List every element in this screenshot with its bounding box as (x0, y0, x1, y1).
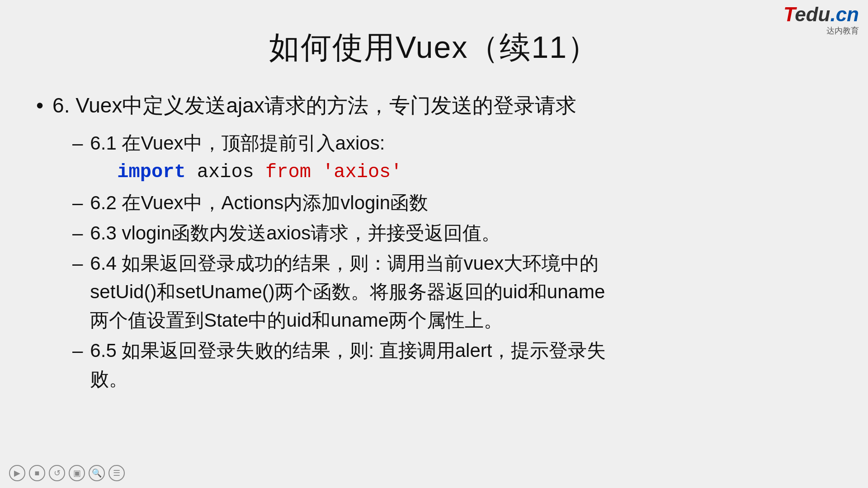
dash-64: – (72, 249, 83, 277)
code-import: import (117, 161, 185, 183)
sub-text-65-line1: 6.5 如果返回登录失败的结果，则: 直接调用alert，提示登录失 (90, 336, 832, 365)
main-bullet-text: 6. Vuex中定义发送ajax请求的方法，专门发送的登录请求 (52, 91, 576, 120)
sub-content-62: 6.2 在Vuex中，Actions内添加vlogin函数 (90, 188, 832, 217)
slide-content: • 6. Vuex中定义发送ajax请求的方法，专门发送的登录请求 – 6.1 … (36, 91, 832, 461)
bullet-dot: • (36, 91, 43, 120)
code-module: 'axios' (311, 161, 402, 183)
logo-brand: Tedu.cn (783, 5, 859, 24)
sub-text-64-line3: 两个值设置到State中的uid和uname两个属性上。 (90, 306, 832, 334)
bottom-toolbar: ▶ ■ ↺ ▣ 🔍 ☰ (9, 465, 125, 481)
sub-content-63: 6.3 vlogin函数内发送axios请求，并接受返回值。 (90, 219, 832, 247)
sub-content-61: 6.1 在Vuex中，顶部提前引入axios: import axios fro… (90, 129, 832, 187)
logo-area: Tedu.cn 达内教育 (783, 5, 859, 36)
sub-item-61: – 6.1 在Vuex中，顶部提前引入axios: import axios f… (72, 129, 832, 187)
sub-content-64: 6.4 如果返回登录成功的结果，则：调用当前vuex大环境中的 setUid()… (90, 249, 832, 334)
main-bullet: • 6. Vuex中定义发送ajax请求的方法，专门发送的登录请求 (36, 91, 832, 120)
sub-text-65-multiline: 6.5 如果返回登录失败的结果，则: 直接调用alert，提示登录失 败。 (90, 336, 832, 393)
sub-text-64-line2: setUid()和setUname()两个函数。将服务器返回的uid和uname (90, 277, 832, 306)
sub-item-62: – 6.2 在Vuex中，Actions内添加vlogin函数 (72, 188, 832, 217)
sub-item-64: – 6.4 如果返回登录成功的结果，则：调用当前vuex大环境中的 setUid… (72, 249, 832, 334)
dash-62: – (72, 188, 83, 217)
icon-2[interactable]: ■ (29, 465, 45, 481)
icon-5[interactable]: 🔍 (89, 465, 105, 481)
sub-text-63: 6.3 vlogin函数内发送axios请求，并接受返回值。 (90, 222, 500, 244)
logo-subtitle: 达内教育 (826, 25, 859, 36)
code-axios: axios (186, 161, 265, 183)
sub-text-64-multiline: 6.4 如果返回登录成功的结果，则：调用当前vuex大环境中的 setUid()… (90, 249, 832, 334)
dash-61: – (72, 129, 83, 157)
sub-item-65: – 6.5 如果返回登录失败的结果，则: 直接调用alert，提示登录失 败。 (72, 336, 832, 393)
sub-text-62: 6.2 在Vuex中，Actions内添加vlogin函数 (90, 192, 428, 213)
dash-63: – (72, 219, 83, 247)
sub-text-64-line1: 6.4 如果返回登录成功的结果，则：调用当前vuex大环境中的 (90, 249, 832, 277)
sub-text-65-line2: 败。 (90, 365, 832, 393)
icon-3[interactable]: ↺ (49, 465, 65, 481)
sub-content-65: 6.5 如果返回登录失败的结果，则: 直接调用alert，提示登录失 败。 (90, 336, 832, 393)
code-from: from (265, 161, 311, 183)
dash-65: – (72, 336, 83, 365)
sub-items-list: – 6.1 在Vuex中，顶部提前引入axios: import axios f… (36, 129, 832, 393)
code-line-61: import axios from 'axios' (90, 158, 832, 187)
sub-text-61: 6.1 在Vuex中，顶部提前引入axios: (90, 129, 832, 157)
sub-item-63: – 6.3 vlogin函数内发送axios请求，并接受返回值。 (72, 219, 832, 247)
slide: Tedu.cn 达内教育 如何使用Vuex（续11） • 6. Vuex中定义发… (0, 0, 868, 488)
slide-title: 如何使用Vuex（续11） (36, 27, 832, 68)
icon-4[interactable]: ▣ (69, 465, 85, 481)
icon-6[interactable]: ☰ (108, 465, 125, 481)
icon-1[interactable]: ▶ (9, 465, 25, 481)
